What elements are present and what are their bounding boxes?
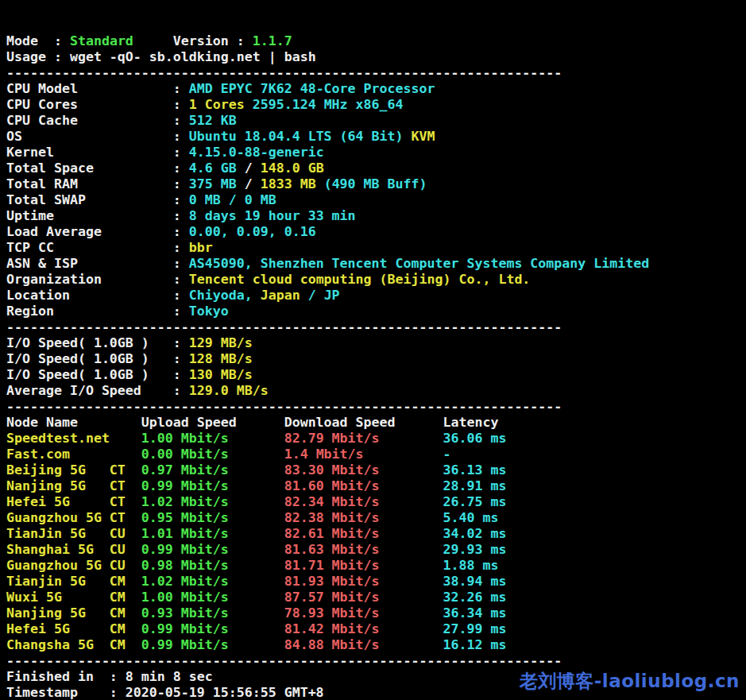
speedtest-row-fast-com: Fast.com 0.00 Mbit/s 1.4 Mbit/s - [6, 447, 746, 462]
speedtest-row-guangzhou-5g-cu-seg-3: 1.88 ms [443, 558, 498, 573]
speedtest-row-tianjin-5g-cu-seg-1: 1.01 Mbit/s [141, 526, 284, 541]
speedtest-row-nanjing-5g-cm: Nanjing 5G CM 0.93 Mbit/s 78.93 Mbit/s 3… [6, 605, 746, 621]
speedtest-row-shanghai-5g-cu-seg-3: 29.93 ms [443, 542, 506, 557]
region-line-seg-0: Region : [6, 304, 189, 319]
mode-version-line-seg-0: Mode : [6, 33, 70, 48]
organization-line-seg-0: Organization : [6, 272, 189, 287]
uptime-line-seg-1: 8 days 19 hour 33 min [189, 208, 356, 223]
total-swap-line: Total SWAP : 0 MB / 0 MB [6, 192, 746, 208]
speedtest-row-beijing-5g-ct-seg-2: 83.30 Mbit/s [284, 462, 443, 478]
load-average-line-seg-1: 0.00, 0.09, 0.16 [189, 224, 316, 239]
speedtest-row-wuxi-5g-cm-seg-2: 87.57 Mbit/s [284, 590, 443, 605]
cpu-model-line: CPU Model : AMD EPYC 7K62 48-Core Proces… [6, 81, 746, 97]
finished-in-line-seg-0: Finished in : 8 min 8 sec [6, 669, 213, 684]
tcp-cc-line-seg-0: TCP CC : [6, 240, 189, 255]
io-speed-average-line-seg-1: 129.0 MB/s [189, 383, 269, 398]
speedtest-row-hefei-5g-cm-seg-0: Hefei 5G CM [6, 621, 141, 636]
location-line: Location : Chiyoda, Japan / JP [6, 288, 746, 304]
mode-version-line: Mode : Standard Version : 1.1.7 [6, 33, 746, 49]
speedtest-row-tianjin-5g-cm-seg-3: 38.94 ms [443, 574, 506, 589]
speedtest-row-nanjing-5g-cm-seg-2: 78.93 Mbit/s [284, 605, 443, 621]
speedtest-row-fast-com-seg-3: - [443, 447, 450, 462]
uptime-line-seg-0: Uptime : [6, 208, 189, 223]
speedtest-row-hefei-5g-cm-seg-1: 0.99 Mbit/s [141, 621, 284, 636]
cpu-cache-line: CPU Cache : 512 KB [6, 113, 746, 129]
usage-line: Usage : wget -qO- sb.oldking.net | bash [6, 49, 746, 65]
speedtest-row-hefei-5g-ct-seg-1: 1.02 Mbit/s [141, 494, 284, 509]
load-average-line-seg-0: Load Average : [6, 224, 189, 239]
speedtest-row-hefei-5g-ct-seg-0: Hefei 5G CT [6, 494, 141, 509]
total-swap-line-seg-0: Total SWAP : [6, 192, 189, 207]
cpu-cache-line-seg-0: CPU Cache : [6, 113, 189, 128]
speedtest-row-wuxi-5g-cm: Wuxi 5G CM 1.00 Mbit/s 87.57 Mbit/s 32.2… [6, 590, 746, 605]
speedtest-row-tianjin-5g-cu: TianJin 5G CU 1.01 Mbit/s 82.61 Mbit/s 3… [6, 526, 746, 542]
total-space-line-seg-0: Total Space : [6, 160, 189, 176]
speedtest-row-guangzhou-5g-ct: Guangzhou 5G CT 0.95 Mbit/s 82.38 Mbit/s… [6, 510, 746, 526]
io-speed-average-line-seg-0: Average I/O Speed : [6, 383, 189, 398]
asn-isp-line: ASN & ISP : AS45090, Shenzhen Tencent Co… [6, 256, 746, 272]
cpu-cache-line-seg-1: 512 KB [189, 113, 237, 128]
speedtest-row-speedtest-net-seg-3: 36.06 ms [443, 431, 506, 446]
speedtest-row-speedtest-net-seg-2: 82.79 Mbit/s [284, 431, 443, 446]
watermark: 老刘博客-laoliublog.cn [520, 673, 740, 689]
speedtest-row-nanjing-5g-ct-seg-2: 81.60 Mbit/s [284, 478, 443, 493]
speedtest-row-fast-com-seg-0: Fast.com [6, 447, 141, 462]
separator-seg-0: ----------------------------------------… [6, 653, 562, 668]
location-line-seg-3: / JP [300, 288, 340, 303]
speedtest-row-guangzhou-5g-cu-seg-0: Guangzhou 5G CU [6, 558, 141, 573]
speedtest-row-wuxi-5g-cm-seg-3: 32.26 ms [443, 590, 506, 605]
organization-line: Organization : Tencent cloud computing (… [6, 272, 746, 288]
cpu-cores-line-seg-2: 2595.124 MHz x86_64 [253, 97, 404, 112]
io-speed-line-3: I/O Speed( 1.0GB ) : 130 MB/s [6, 367, 746, 383]
io-speed-line-1: I/O Speed( 1.0GB ) : 129 MB/s [6, 335, 746, 351]
speedtest-table-header: Node Name Upload Speed Download Speed La… [6, 415, 746, 431]
mode-version-line-seg-2: Version : [133, 33, 253, 48]
region-line: Region : Tokyo [6, 304, 746, 319]
speedtest-row-tianjin-5g-cu-seg-3: 34.02 ms [443, 526, 506, 541]
separator: ----------------------------------------… [6, 65, 746, 81]
speedtest-row-shanghai-5g-cu-seg-0: Shanghai 5G CU [6, 542, 141, 557]
separator: ----------------------------------------… [6, 319, 746, 335]
location-line-seg-0: Location : [6, 288, 189, 303]
separator-seg-0: ----------------------------------------… [6, 65, 562, 80]
asn-isp-line-seg-1: AS45090, Shenzhen Tencent Computer Syste… [189, 256, 649, 271]
usage-line-seg-0: Usage : wget -qO- sb.oldking.net | bash [6, 49, 316, 64]
speedtest-row-shanghai-5g-cu-seg-2: 81.63 Mbit/s [284, 542, 443, 557]
cpu-cores-line: CPU Cores : 1 Cores 2595.124 MHz x86_64 [6, 97, 746, 113]
speedtest-table-header-seg-0: Node Name Upload Speed Download Speed La… [6, 415, 498, 430]
total-space-line: Total Space : 4.6 GB / 148.0 GB [6, 160, 746, 176]
speedtest-row-tianjin-5g-cu-seg-0: TianJin 5G CU [6, 526, 141, 541]
total-space-line-seg-3: 148.0 GB [261, 160, 324, 176]
speedtest-row-speedtest-net: Speedtest.net 1.00 Mbit/s 82.79 Mbit/s 3… [6, 431, 746, 447]
speedtest-row-shanghai-5g-cu-seg-1: 0.99 Mbit/s [141, 542, 284, 557]
cpu-cores-line-seg-0: CPU Cores : [6, 97, 189, 112]
speedtest-row-hefei-5g-cm-seg-3: 27.99 ms [443, 621, 506, 636]
speedtest-row-changsha-5g-cm-seg-2: 84.88 Mbit/s [284, 637, 443, 652]
speedtest-row-guangzhou-5g-ct-seg-2: 82.38 Mbit/s [284, 510, 443, 525]
speedtest-row-fast-com-seg-2: 1.4 Mbit/s [284, 447, 443, 462]
os-line-seg-0: OS : [6, 129, 189, 144]
cpu-model-line-seg-1: AMD EPYC 7K62 48-Core Processor [189, 81, 435, 96]
speedtest-row-beijing-5g-ct: Beijing 5G CT 0.97 Mbit/s 83.30 Mbit/s 3… [6, 462, 746, 478]
speedtest-row-guangzhou-5g-cu-seg-2: 81.71 Mbit/s [284, 558, 443, 573]
load-average-line: Load Average : 0.00, 0.09, 0.16 [6, 224, 746, 240]
kernel-line-seg-1: 4.15.0-88-generic [189, 145, 324, 160]
kernel-line-seg-0: Kernel : [6, 145, 189, 160]
speedtest-row-wuxi-5g-cm-seg-1: 1.00 Mbit/s [141, 590, 284, 605]
total-ram-line-seg-3: 1833 MB [261, 176, 324, 191]
location-line-seg-2: Japan [261, 288, 300, 303]
speedtest-row-beijing-5g-ct-seg-3: 36.13 ms [443, 462, 506, 478]
speedtest-row-nanjing-5g-cm-seg-1: 0.93 Mbit/s [141, 605, 284, 621]
io-speed-average-line: Average I/O Speed : 129.0 MB/s [6, 383, 746, 399]
total-ram-line-seg-0: Total RAM : [6, 176, 189, 191]
speedtest-row-hefei-5g-ct-seg-3: 26.75 ms [443, 494, 506, 509]
location-line-seg-1: Chiyoda, [189, 288, 261, 303]
speedtest-row-guangzhou-5g-ct-seg-1: 0.95 Mbit/s [141, 510, 284, 525]
io-speed-line-1-seg-1: 129 MB/s [189, 335, 253, 350]
uptime-line: Uptime : 8 days 19 hour 33 min [6, 208, 746, 224]
speedtest-row-nanjing-5g-ct-seg-1: 0.99 Mbit/s [141, 478, 284, 493]
os-line-seg-2: KVM [412, 129, 435, 144]
total-space-line-seg-2: / [245, 160, 261, 176]
speedtest-row-wuxi-5g-cm-seg-0: Wuxi 5G CM [6, 590, 141, 605]
speedtest-row-nanjing-5g-ct: Nanjing 5G CT 0.99 Mbit/s 81.60 Mbit/s 2… [6, 478, 746, 494]
